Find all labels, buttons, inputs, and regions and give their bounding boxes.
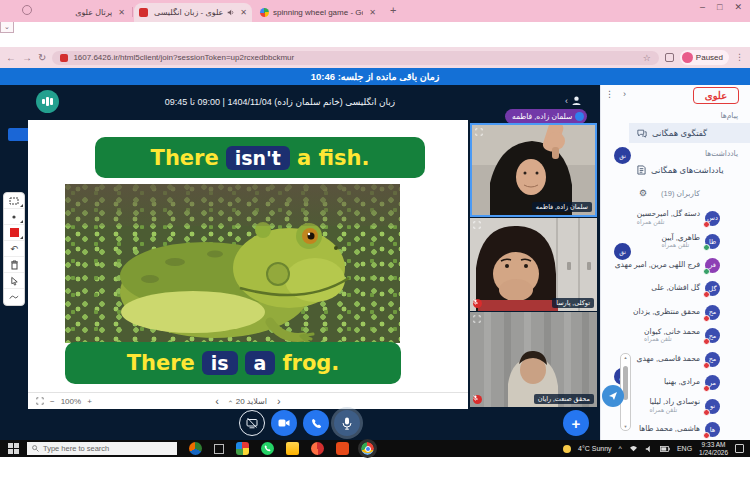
user-name: محمد قاسمی, مهدی bbox=[637, 355, 700, 364]
browser-tab-portal[interactable]: پرتال علوی ✕ bbox=[62, 3, 130, 22]
wifi-icon[interactable] bbox=[629, 445, 638, 452]
participants-toggle[interactable]: ‹ bbox=[565, 95, 582, 106]
sidebar-menu-dots-icon[interactable]: ⋮ bbox=[605, 89, 614, 99]
user-list-item[interactable]: محمحقق منتظری, یزدان bbox=[601, 301, 720, 323]
reload-icon[interactable]: ↻ bbox=[38, 53, 46, 63]
tab-close-icon[interactable]: ✕ bbox=[240, 8, 247, 17]
screenshare-button[interactable] bbox=[239, 410, 265, 436]
color-tool-button[interactable] bbox=[4, 225, 24, 241]
tab-close-icon[interactable]: ✕ bbox=[118, 8, 125, 17]
notification-center-icon[interactable] bbox=[735, 444, 744, 453]
thickness-tool-button[interactable] bbox=[4, 209, 24, 225]
public-chat-item[interactable]: گفتگوی همگانی bbox=[629, 123, 750, 143]
shared-notes-item[interactable]: یادداشت‌های همگانی bbox=[629, 160, 750, 180]
school-app-icon[interactable] bbox=[189, 442, 202, 455]
avatar bbox=[682, 52, 693, 63]
whiteboard-toolbar: ↶ bbox=[3, 192, 25, 306]
sidebar-collapse-icon[interactable]: › bbox=[623, 89, 626, 99]
expand-icon[interactable] bbox=[475, 128, 483, 136]
user-avatar: گل bbox=[705, 281, 720, 296]
video-tile-student-1[interactable]: توکلی, پارسا bbox=[470, 218, 597, 311]
window-maximize-button[interactable]: □ bbox=[717, 2, 722, 12]
battery-icon[interactable] bbox=[660, 446, 670, 452]
browser-tab-game[interactable]: spinning wheel game - Goog ✕ bbox=[255, 3, 381, 22]
user-list-item[interactable]: گلگل افشان, علی bbox=[601, 278, 720, 300]
back-icon[interactable]: ← bbox=[6, 53, 16, 63]
pan-tool-button[interactable] bbox=[4, 289, 24, 305]
tab-search-icon[interactable] bbox=[22, 5, 32, 15]
expand-icon[interactable] bbox=[473, 221, 481, 229]
status-button[interactable] bbox=[36, 90, 59, 113]
user-status-badge bbox=[703, 315, 710, 322]
language-indicator[interactable]: ENG bbox=[677, 445, 692, 452]
task-view-icon[interactable] bbox=[214, 444, 224, 454]
notification-bubble[interactable]: نق bbox=[614, 243, 631, 260]
new-tab-button[interactable]: + bbox=[390, 4, 396, 16]
user-status-badge bbox=[703, 432, 710, 439]
user-list-item[interactable]: محمحمد قاسمی, مهدی bbox=[601, 348, 720, 370]
presentation-whiteboard[interactable]: Thereisn'ta fish. bbox=[28, 120, 468, 392]
undo-button[interactable]: ↶ bbox=[4, 241, 24, 257]
user-name: نوسادی راد, لیلیا bbox=[649, 398, 700, 407]
bookmark-star-icon[interactable]: ☆ bbox=[643, 53, 651, 63]
color-swatch-red bbox=[10, 228, 19, 237]
video-tile-student-2[interactable]: محقق صنعت, رایان bbox=[470, 312, 597, 407]
taskbar-clock[interactable]: 9:33 AM 1/24/2026 bbox=[699, 441, 728, 456]
sentence-banner-bottom: Thereisafrog. bbox=[65, 342, 401, 384]
browser-address-bar: ← → ↻ 1607.6426.ir/html5client/join?sess… bbox=[0, 47, 750, 68]
trash-icon bbox=[10, 260, 19, 270]
expand-icon[interactable] bbox=[473, 315, 481, 323]
tab-audio-icon[interactable] bbox=[227, 9, 234, 16]
send-icon bbox=[608, 391, 618, 401]
user-list-item[interactable]: هاهاشمی, محمد طاها bbox=[601, 419, 720, 441]
forward-icon[interactable]: → bbox=[22, 53, 32, 63]
site-icon[interactable] bbox=[60, 54, 68, 62]
user-name: مرادی, بهنیا bbox=[664, 378, 700, 387]
window-close-button[interactable]: ✕ bbox=[734, 2, 742, 12]
cursor-icon bbox=[10, 276, 19, 286]
whatsapp-icon[interactable] bbox=[261, 442, 274, 455]
microphone-button[interactable] bbox=[334, 410, 360, 436]
start-button[interactable] bbox=[8, 443, 19, 454]
opera-icon[interactable] bbox=[311, 442, 324, 455]
speaker-icon[interactable] bbox=[645, 445, 653, 453]
url-field[interactable]: 1607.6426.ir/html5client/join?sessionTok… bbox=[52, 51, 658, 65]
prev-slide-button[interactable]: ‹ bbox=[215, 396, 219, 407]
user-avatar: فر bbox=[705, 258, 720, 273]
webcam-button[interactable] bbox=[271, 410, 297, 436]
clear-annotations-button[interactable] bbox=[4, 257, 24, 273]
hidden-icons-chevron[interactable]: ^ bbox=[619, 445, 622, 452]
extension-icon[interactable] bbox=[665, 53, 674, 62]
rubika-app-icon[interactable] bbox=[336, 442, 349, 455]
user-list-item[interactable]: محمحمد خانی, کیوانتلفن همراه bbox=[601, 325, 720, 347]
file-explorer-icon[interactable] bbox=[286, 442, 299, 455]
phone-button[interactable] bbox=[303, 410, 329, 436]
next-slide-button[interactable]: › bbox=[277, 396, 281, 407]
chrome-icon[interactable] bbox=[361, 442, 374, 455]
tab-close-icon[interactable]: ✕ bbox=[369, 8, 376, 17]
multiuser-whiteboard-button[interactable] bbox=[4, 273, 24, 289]
window-minimize-button[interactable]: – bbox=[700, 2, 705, 12]
profile-chip[interactable]: Paused bbox=[680, 50, 729, 65]
mic-muted-icon bbox=[473, 395, 482, 404]
users-count-label: کاربران (19) bbox=[661, 189, 700, 198]
browser-tab-class-active[interactable]: علوی - زبان انگلیسی اعلام م ✕ bbox=[134, 3, 252, 22]
notification-bubble[interactable]: نق bbox=[614, 147, 631, 164]
talking-indicator-badge[interactable]: سلمان زاده, فاطمه bbox=[505, 109, 587, 124]
gear-icon[interactable]: ⚙ bbox=[639, 188, 647, 198]
user-list-item[interactable]: دسدسته گل, امیرحسینتلفن همراه bbox=[601, 207, 720, 229]
chevron-left-icon: ‹ bbox=[565, 96, 568, 106]
taskbar-search[interactable]: Type here to search bbox=[27, 442, 177, 455]
slide-select[interactable]: اسلاید 20 › bbox=[229, 397, 267, 406]
screenshare-icon bbox=[246, 417, 258, 429]
photos-app-icon[interactable] bbox=[236, 442, 249, 455]
video-tile-teacher[interactable]: سلمان زاده, فاطمه bbox=[470, 123, 597, 217]
send-message-fab[interactable] bbox=[602, 385, 624, 407]
actions-plus-button[interactable]: + bbox=[563, 410, 589, 436]
browser-menu-icon[interactable]: ⋮ bbox=[735, 53, 744, 62]
user-status-badge bbox=[703, 338, 710, 345]
weather-text[interactable]: 4°C Sunny bbox=[578, 445, 612, 452]
shape-tool-button[interactable] bbox=[4, 193, 24, 209]
line-icon bbox=[9, 293, 19, 301]
notes-section-label: یادداشت‌ها bbox=[705, 149, 738, 158]
